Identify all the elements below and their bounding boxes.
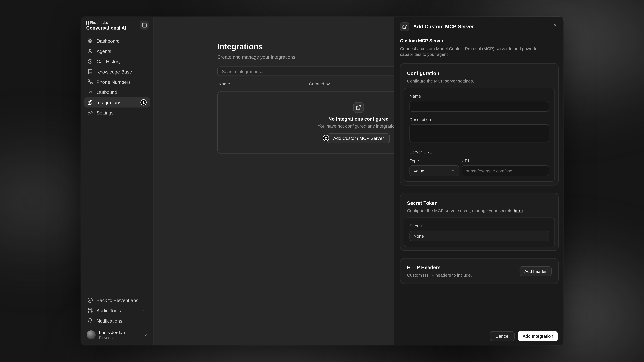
http-headers-title: HTTP Headers xyxy=(407,265,472,270)
sidebar-item-label: Dashboard xyxy=(96,38,120,43)
chevron-down-icon xyxy=(143,333,148,337)
type-select-value: Value xyxy=(414,168,424,173)
avatar xyxy=(87,330,96,339)
back-circle-icon xyxy=(88,298,93,303)
configuration-title: Configuration xyxy=(407,71,552,76)
name-field[interactable] xyxy=(410,101,549,112)
sidebar-item-label: Settings xyxy=(96,110,114,115)
audio-tools-menu[interactable]: Audio Tools xyxy=(84,305,150,316)
blocks-icon xyxy=(402,24,407,29)
back-to-elevenlabs-label: Back to ElevenLabs xyxy=(96,298,138,303)
sidebar-item-label: Agents xyxy=(96,49,111,54)
sidebar-item-label: Call History xyxy=(96,59,121,64)
configuration-subtitle: Configure the MCP server settings. xyxy=(407,78,552,83)
elevenlabs-logo-mark xyxy=(86,21,89,24)
user-meta: Louis Jordan ElevenLabs xyxy=(99,330,125,340)
secret-token-subtitle: Configure the MCP server secret, manage … xyxy=(407,208,552,213)
sidebar-item-dashboard[interactable]: Dashboard xyxy=(84,36,150,46)
empty-state-icon-chip xyxy=(353,102,364,113)
column-name: Name xyxy=(218,81,309,86)
manage-secrets-link[interactable]: here xyxy=(514,208,523,213)
type-label: Type xyxy=(410,158,459,163)
chevron-down-icon xyxy=(541,234,545,238)
elevenlabs-logo: ElevenLabs xyxy=(86,21,108,25)
user-name: Louis Jordan xyxy=(99,330,125,335)
url-label: URL xyxy=(462,158,549,163)
user-menu[interactable]: Louis Jordan ElevenLabs xyxy=(84,328,150,342)
secret-fields: Secret None xyxy=(404,218,555,247)
add-mcp-server-drawer: Add Custom MCP Server Custom MCP Server … xyxy=(394,17,564,345)
blocks-icon xyxy=(356,104,362,110)
notifications-item[interactable]: Notifications xyxy=(84,316,150,326)
description-label: Description xyxy=(410,117,549,122)
close-button[interactable] xyxy=(551,21,558,29)
cancel-button[interactable]: Cancel xyxy=(490,331,515,341)
http-headers-subtitle: Custom HTTP headers to include. xyxy=(407,273,472,278)
agents-icon xyxy=(88,48,93,54)
bell-icon xyxy=(88,318,93,323)
sidebar-item-label: Knowledge Base xyxy=(96,69,132,74)
sidebar-item-knowledge-base[interactable]: Knowledge Base xyxy=(84,66,150,77)
call-history-icon xyxy=(88,59,93,64)
app-title: Conversational AI xyxy=(86,25,126,30)
knowledge-base-icon xyxy=(88,69,93,74)
sidebar-item-phone-numbers[interactable]: Phone Numbers xyxy=(84,77,150,87)
chevron-down-icon xyxy=(451,169,455,173)
sidebar-item-integrations[interactable]: Integrations 1 xyxy=(84,97,150,107)
sidebar: ElevenLabs Conversational AI Dashboard A… xyxy=(81,17,154,345)
sidebar-item-label: Phone Numbers xyxy=(96,79,131,84)
close-icon xyxy=(552,23,557,27)
http-headers-text: HTTP Headers Custom HTTP headers to incl… xyxy=(407,265,472,277)
type-select[interactable]: Value xyxy=(410,165,459,176)
secret-label: Secret xyxy=(410,223,549,228)
name-label: Name xyxy=(410,94,549,99)
empty-state-title: No integrations configured xyxy=(328,116,389,121)
secret-subtitle-text: Configure the MCP server secret, manage … xyxy=(407,208,514,213)
empty-state-subtitle: You have not configured any integrations xyxy=(318,123,400,128)
panel-collapse-icon xyxy=(142,22,147,28)
secret-token-card: Secret Token Configure the MCP server se… xyxy=(400,193,558,251)
elevenlabs-logo-text: ElevenLabs xyxy=(90,21,108,25)
integrations-icon xyxy=(88,100,93,105)
add-header-button[interactable]: Add header xyxy=(520,266,552,276)
user-org: ElevenLabs xyxy=(99,336,125,340)
server-url-field[interactable] xyxy=(462,165,549,176)
description-field[interactable] xyxy=(410,124,549,142)
drawer-header: Add Custom MCP Server xyxy=(394,17,564,35)
drawer-title: Add Custom MCP Server xyxy=(413,24,474,29)
sidebar-item-label: Outbound xyxy=(96,90,117,95)
configuration-card: Configuration Configure the MCP server s… xyxy=(400,63,558,186)
phone-icon xyxy=(88,79,93,84)
notifications-label: Notifications xyxy=(96,318,122,323)
settings-icon xyxy=(88,110,93,115)
desktop-background: ElevenLabs Conversational AI Dashboard A… xyxy=(0,0,644,362)
configuration-fields: Name Description Server URL Type Value xyxy=(404,88,555,182)
sidebar-item-outbound[interactable]: Outbound xyxy=(84,87,150,97)
dashboard-icon xyxy=(88,38,93,43)
back-to-elevenlabs-link[interactable]: Back to ElevenLabs xyxy=(84,295,150,305)
server-url-label: Server URL xyxy=(410,149,549,154)
drawer-icon-chip xyxy=(400,22,409,31)
sidebar-item-settings[interactable]: Settings xyxy=(84,107,150,118)
app-window: ElevenLabs Conversational AI Dashboard A… xyxy=(81,17,564,345)
secret-token-title: Secret Token xyxy=(407,200,552,206)
drawer-intro: Custom MCP Server Connect a custom Model… xyxy=(394,35,564,57)
http-headers-card: HTTP Headers Custom HTTP headers to incl… xyxy=(400,258,558,284)
intro-title: Custom MCP Server xyxy=(400,38,558,43)
drawer-footer: Cancel Add Integration xyxy=(394,327,564,345)
outbound-icon xyxy=(88,89,93,95)
add-custom-mcp-server-button[interactable]: Add Custom MCP Server xyxy=(328,133,390,143)
sidebar-collapse-button[interactable] xyxy=(140,20,149,29)
chevron-down-icon xyxy=(142,308,147,313)
sidebar-item-agents[interactable]: Agents xyxy=(84,46,150,56)
audio-tools-icon xyxy=(88,308,93,313)
sidebar-item-call-history[interactable]: Call History xyxy=(84,56,150,66)
sidebar-nav: Dashboard Agents Call History Knowledge … xyxy=(84,36,150,118)
sidebar-item-label: Integrations xyxy=(96,100,121,105)
sidebar-footer: Back to ElevenLabs Audio Tools Notificat… xyxy=(84,295,150,342)
secret-select-value: None xyxy=(414,234,424,239)
annotation-step-badge-1: 1 xyxy=(140,99,146,105)
intro-description: Connect a custom Model Context Protocol … xyxy=(400,45,558,57)
add-integration-button[interactable]: Add Integration xyxy=(518,331,558,341)
secret-select[interactable]: None xyxy=(410,231,549,241)
